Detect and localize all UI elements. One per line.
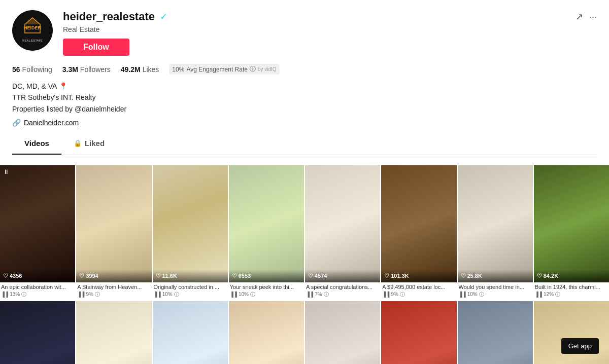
avatar: HEIDER REAL ESTATE	[12, 10, 53, 51]
thumb-overlay: ♡ 11.6K	[153, 270, 228, 282]
thumb-overlay: ♡ 3994	[76, 270, 151, 282]
heart-icon: ♡	[232, 273, 237, 279]
like-count: ♡ 25.8K	[461, 273, 530, 279]
likes-count: 49.2M	[121, 65, 141, 74]
video-card-7[interactable]: ♡ 25.8K Would you spend time in... ▐▐ 10…	[458, 165, 533, 300]
tab-liked[interactable]: 🔒 Liked	[61, 133, 117, 155]
like-count: ♡ 4356	[3, 273, 72, 279]
stat-following[interactable]: 56 Following	[12, 65, 52, 74]
thumb-overlay: ♡ 101.3K	[381, 270, 456, 282]
following-count: 56	[12, 65, 20, 74]
video-card-11[interactable]: ♡ 18.7K Can you see yourself livi... ▐▐ …	[153, 301, 228, 364]
heart-icon: ♡	[79, 273, 84, 279]
video-thumbnail: ♡ 4574	[305, 165, 380, 282]
video-caption: Originally constructed in ...	[153, 282, 228, 290]
engagement-badge: 10% Avg Engagement Rate ⓘ by vidIQ	[169, 64, 279, 75]
video-engagement: ▐▐ 13% ⓘ	[0, 290, 75, 300]
video-card-13[interactable]: ♡ 32K Step inside this $10.5 mill... ▐▐ …	[305, 301, 380, 364]
more-button[interactable]: ···	[589, 12, 597, 22]
tab-videos[interactable]: Videos	[12, 133, 61, 155]
video-card-4[interactable]: ♡ 6553 Your sneak peek into thi... ▐▐ 10…	[229, 165, 304, 300]
bar-chart-icon: ▐▐	[230, 292, 237, 297]
bio-section: DC, MD, & VA 📍 TTR Sotheby's INT. Realty…	[12, 81, 597, 115]
video-card-8[interactable]: ♡ 84.2K Built in 1924, this charmi... ▐▐…	[534, 165, 609, 300]
get-app-button[interactable]: Get app	[561, 338, 599, 354]
info-icon: ⓘ	[95, 291, 100, 298]
like-count: ♡ 6553	[232, 273, 301, 279]
thumb-overlay: ♡ 4574	[305, 270, 380, 282]
video-thumbnail: ♡ 97.6K	[534, 301, 609, 364]
stat-likes[interactable]: 49.2M Likes	[121, 65, 159, 74]
video-thumbnail: ♡ 7043	[458, 301, 533, 364]
video-thumbnail: ♡ 25.8K	[458, 165, 533, 282]
video-card-12[interactable]: ♡ 12.8K Can you guess which clo... ▐▐ 9%…	[229, 301, 304, 364]
info-icon: ⓘ	[555, 291, 560, 298]
video-caption: A special congratulations...	[305, 282, 380, 290]
heart-icon: ♡	[461, 273, 466, 279]
video-card-9[interactable]: ♡ 8361 Can you envision your lif... ▐▐ 8…	[0, 301, 75, 364]
profile-header: HEIDER REAL ESTATE heider_realestate ✓ ↗…	[12, 10, 597, 56]
profile-section: HEIDER REAL ESTATE heider_realestate ✓ ↗…	[0, 0, 609, 163]
video-card-1[interactable]: ⏸ ♡ 4356 An epic collaboration wit... ▐▐…	[0, 165, 75, 300]
follow-button[interactable]: Follow	[63, 39, 129, 56]
video-card-2[interactable]: ♡ 3994 A Stairway from Heaven... ▐▐ 9% ⓘ	[76, 165, 151, 300]
info-icon: ⓘ	[324, 291, 329, 298]
video-thumbnail: ⏸ ♡ 4356	[0, 165, 75, 282]
video-thumbnail: ♡ 3994	[76, 165, 151, 282]
info-icon: ⓘ	[400, 291, 405, 298]
bar-chart-icon: ▐▐	[77, 292, 84, 297]
bar-chart-icon: ▐▐	[459, 292, 466, 297]
video-card-14[interactable]: ♡ 88.8K A $3.6 million historic W... ▐▐ …	[381, 301, 456, 364]
username: heider_realestate	[63, 10, 155, 23]
category-label: Real Estate	[63, 25, 597, 33]
video-engagement: ▐▐ 7% ⓘ	[305, 290, 380, 300]
heart-icon: ♡	[384, 273, 389, 279]
video-card-15[interactable]: ♡ 7043 Just listed for $849,500 i... ▐▐ …	[458, 301, 533, 364]
video-card-5[interactable]: ♡ 4574 A special congratulations... ▐▐ 7…	[305, 165, 380, 300]
video-thumbnail: ♡ 59.9K	[76, 301, 151, 364]
svg-point-0	[12, 10, 53, 51]
info-icon: ⓘ	[479, 291, 484, 298]
share-button[interactable]: ↗	[576, 11, 583, 22]
like-count: ♡ 3994	[79, 273, 148, 279]
stat-followers[interactable]: 3.3M Followers	[62, 65, 111, 74]
video-card-16[interactable]: ♡ 97.6K Can you picture yourself ... ▐▐ …	[534, 301, 609, 364]
thumb-overlay: ♡ 25.8K	[458, 270, 533, 282]
video-thumbnail: ♡ 8361	[0, 301, 75, 364]
video-engagement: ▐▐ 10% ⓘ	[229, 290, 304, 300]
bio-line-1: DC, MD, & VA 📍	[12, 81, 597, 92]
pause-icon: ⏸	[3, 168, 9, 175]
bar-chart-icon: ▐▐	[535, 292, 542, 297]
bar-chart-icon: ▐▐	[1, 292, 8, 297]
engagement-label: Avg Engagement Rate	[186, 66, 248, 73]
video-thumbnail: ♡ 88.8K	[381, 301, 456, 364]
lock-icon: 🔒	[74, 139, 82, 147]
profile-info: heider_realestate ✓ ↗ ··· Real Estate Fo…	[63, 10, 597, 56]
like-count: ♡ 101.3K	[384, 273, 453, 279]
website-row[interactable]: 🔗 Danielheider.com	[12, 119, 597, 127]
video-grid: ⏸ ♡ 4356 An epic collaboration wit... ▐▐…	[0, 163, 609, 364]
bar-chart-icon: ▐▐	[154, 292, 161, 297]
website-link[interactable]: Danielheider.com	[24, 119, 79, 127]
info-icon: ⓘ	[21, 291, 26, 298]
like-count: ♡ 4574	[308, 273, 377, 279]
link-icon: 🔗	[12, 119, 21, 127]
likes-label: Likes	[143, 65, 159, 74]
video-caption: Your sneak peek into thi...	[229, 282, 304, 290]
engagement-rate: 10%	[172, 66, 184, 73]
video-card-10[interactable]: ♡ 59.9K The Grande Dame of Pot... ▐▐ 13%…	[76, 301, 151, 364]
video-grid-section: ⏸ ♡ 4356 An epic collaboration wit... ▐▐…	[0, 163, 609, 364]
video-card-3[interactable]: ♡ 11.6K Originally constructed in ... ▐▐…	[153, 165, 228, 300]
powered-by: by vidIQ	[258, 66, 277, 72]
video-engagement: ▐▐ 9% ⓘ	[76, 290, 151, 300]
header-actions: ↗ ···	[576, 11, 597, 22]
verified-icon: ✓	[160, 11, 167, 22]
thumb-overlay: ♡ 84.2K	[534, 270, 609, 282]
tabs-row: Videos 🔒 Liked	[12, 133, 597, 155]
video-caption: A Stairway from Heaven...	[76, 282, 151, 290]
svg-text:REAL ESTATE: REAL ESTATE	[22, 39, 43, 42]
video-card-6[interactable]: ♡ 101.3K A $9,495,000 estate loc... ▐▐ 9…	[381, 165, 456, 300]
video-thumbnail: ♡ 18.7K	[153, 301, 228, 364]
bar-chart-icon: ▐▐	[306, 292, 313, 297]
video-engagement: ▐▐ 10% ⓘ	[458, 290, 533, 300]
